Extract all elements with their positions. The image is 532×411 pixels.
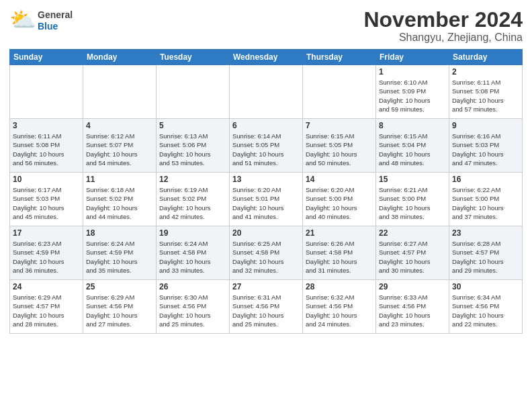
week-row-4: 17Sunrise: 6:23 AM Sunset: 4:59 PM Dayli… — [10, 226, 523, 280]
day-number: 22 — [379, 228, 446, 238]
day-number: 29 — [379, 282, 446, 291]
day-number: 4 — [86, 121, 153, 130]
day-info: Sunrise: 6:18 AM Sunset: 5:02 PM Dayligh… — [86, 185, 153, 221]
day-number: 8 — [379, 121, 446, 130]
day-number: 26 — [159, 282, 226, 291]
week-row-1: 1Sunrise: 6:10 AM Sunset: 5:09 PM Daylig… — [10, 65, 523, 119]
calendar-cell: 24Sunrise: 6:29 AM Sunset: 4:57 PM Dayli… — [10, 280, 83, 334]
calendar-cell: 9Sunrise: 6:16 AM Sunset: 5:03 PM Daylig… — [449, 119, 523, 173]
calendar-cell: 11Sunrise: 6:18 AM Sunset: 5:02 PM Dayli… — [83, 173, 157, 226]
calendar-cell — [10, 65, 83, 119]
day-info: Sunrise: 6:29 AM Sunset: 4:56 PM Dayligh… — [86, 293, 153, 328]
calendar-cell: 1Sunrise: 6:10 AM Sunset: 5:09 PM Daylig… — [376, 65, 449, 119]
day-info: Sunrise: 6:20 AM Sunset: 5:00 PM Dayligh… — [306, 185, 373, 221]
day-info: Sunrise: 6:24 AM Sunset: 4:59 PM Dayligh… — [86, 239, 153, 275]
weekday-header-saturday: Saturday — [449, 50, 523, 65]
calendar-cell: 30Sunrise: 6:34 AM Sunset: 4:56 PM Dayli… — [449, 280, 523, 334]
calendar-cell: 6Sunrise: 6:14 AM Sunset: 5:05 PM Daylig… — [230, 119, 303, 173]
weekday-header-monday: Monday — [83, 50, 157, 65]
day-info: Sunrise: 6:15 AM Sunset: 5:05 PM Dayligh… — [306, 132, 373, 167]
weekday-header-thursday: Thursday — [303, 50, 376, 65]
calendar-cell: 10Sunrise: 6:17 AM Sunset: 5:03 PM Dayli… — [10, 173, 83, 226]
day-number: 6 — [232, 121, 300, 130]
weekday-header-sunday: Sunday — [10, 50, 83, 65]
day-number: 28 — [306, 282, 373, 291]
day-number: 16 — [452, 175, 519, 184]
calendar-cell: 19Sunrise: 6:24 AM Sunset: 4:58 PM Dayli… — [157, 226, 230, 280]
day-number: 5 — [159, 121, 226, 130]
weekday-header-row: SundayMondayTuesdayWednesdayThursdayFrid… — [10, 50, 523, 65]
header: ⛅ General Blue November 2024 Shangyu, Zh… — [9, 8, 523, 44]
day-info: Sunrise: 6:11 AM Sunset: 5:08 PM Dayligh… — [13, 132, 80, 167]
calendar-cell: 17Sunrise: 6:23 AM Sunset: 4:59 PM Dayli… — [10, 226, 83, 280]
day-info: Sunrise: 6:14 AM Sunset: 5:05 PM Dayligh… — [232, 132, 300, 167]
day-number: 25 — [86, 282, 153, 291]
calendar-cell: 23Sunrise: 6:28 AM Sunset: 4:57 PM Dayli… — [449, 226, 523, 280]
month-title: November 2024 — [363, 8, 523, 32]
weekday-header-friday: Friday — [376, 50, 449, 65]
day-info: Sunrise: 6:21 AM Sunset: 5:00 PM Dayligh… — [379, 185, 446, 221]
day-info: Sunrise: 6:32 AM Sunset: 4:56 PM Dayligh… — [306, 293, 373, 328]
location-title: Shangyu, Zhejiang, China — [363, 32, 523, 44]
logo-general: General — [38, 10, 73, 20]
logo-icon: ⛅ — [9, 8, 35, 34]
calendar-cell: 12Sunrise: 6:19 AM Sunset: 5:02 PM Dayli… — [157, 173, 230, 226]
day-info: Sunrise: 6:29 AM Sunset: 4:57 PM Dayligh… — [13, 293, 80, 328]
calendar-cell: 20Sunrise: 6:25 AM Sunset: 4:58 PM Dayli… — [230, 226, 303, 280]
calendar-cell: 16Sunrise: 6:22 AM Sunset: 5:00 PM Dayli… — [449, 173, 523, 226]
day-number: 11 — [86, 175, 153, 184]
calendar-cell: 21Sunrise: 6:26 AM Sunset: 4:58 PM Dayli… — [303, 226, 376, 280]
day-number: 15 — [379, 175, 446, 184]
day-number: 9 — [452, 121, 519, 130]
calendar-cell: 3Sunrise: 6:11 AM Sunset: 5:08 PM Daylig… — [10, 119, 83, 173]
day-info: Sunrise: 6:25 AM Sunset: 4:58 PM Dayligh… — [232, 239, 300, 275]
day-info: Sunrise: 6:19 AM Sunset: 5:02 PM Dayligh… — [159, 185, 226, 221]
title-area: November 2024 Shangyu, Zhejiang, China — [363, 8, 523, 44]
day-number: 24 — [13, 282, 80, 291]
calendar-cell: 18Sunrise: 6:24 AM Sunset: 4:59 PM Dayli… — [83, 226, 157, 280]
day-info: Sunrise: 6:22 AM Sunset: 5:00 PM Dayligh… — [452, 185, 519, 221]
logo-blue: Blue — [38, 21, 58, 32]
weekday-header-tuesday: Tuesday — [157, 50, 230, 65]
week-row-2: 3Sunrise: 6:11 AM Sunset: 5:08 PM Daylig… — [10, 119, 523, 173]
day-info: Sunrise: 6:12 AM Sunset: 5:07 PM Dayligh… — [86, 132, 153, 167]
svg-text:⛅: ⛅ — [9, 8, 35, 32]
calendar-cell: 2Sunrise: 6:11 AM Sunset: 5:08 PM Daylig… — [449, 65, 523, 119]
day-info: Sunrise: 6:11 AM Sunset: 5:08 PM Dayligh… — [452, 78, 519, 113]
day-info: Sunrise: 6:31 AM Sunset: 4:56 PM Dayligh… — [232, 293, 300, 328]
day-number: 17 — [13, 228, 80, 238]
calendar-cell — [303, 65, 376, 119]
day-number: 7 — [306, 121, 373, 130]
day-info: Sunrise: 6:20 AM Sunset: 5:01 PM Dayligh… — [232, 185, 300, 221]
calendar-cell: 22Sunrise: 6:27 AM Sunset: 4:57 PM Dayli… — [376, 226, 449, 280]
day-info: Sunrise: 6:16 AM Sunset: 5:03 PM Dayligh… — [452, 132, 519, 167]
day-info: Sunrise: 6:33 AM Sunset: 4:56 PM Dayligh… — [379, 293, 446, 328]
day-info: Sunrise: 6:27 AM Sunset: 4:57 PM Dayligh… — [379, 239, 446, 275]
calendar-cell: 28Sunrise: 6:32 AM Sunset: 4:56 PM Dayli… — [303, 280, 376, 334]
calendar-cell — [157, 65, 230, 119]
calendar-cell: 14Sunrise: 6:20 AM Sunset: 5:00 PM Dayli… — [303, 173, 376, 226]
day-number: 2 — [452, 67, 519, 77]
calendar-cell: 4Sunrise: 6:12 AM Sunset: 5:07 PM Daylig… — [83, 119, 157, 173]
day-number: 30 — [452, 282, 519, 291]
day-info: Sunrise: 6:17 AM Sunset: 5:03 PM Dayligh… — [13, 185, 80, 221]
calendar-cell: 5Sunrise: 6:13 AM Sunset: 5:06 PM Daylig… — [157, 119, 230, 173]
day-info: Sunrise: 6:23 AM Sunset: 4:59 PM Dayligh… — [13, 239, 80, 275]
day-number: 1 — [379, 67, 446, 77]
calendar-cell: 15Sunrise: 6:21 AM Sunset: 5:00 PM Dayli… — [376, 173, 449, 226]
week-row-5: 24Sunrise: 6:29 AM Sunset: 4:57 PM Dayli… — [10, 280, 523, 334]
calendar-cell: 7Sunrise: 6:15 AM Sunset: 5:05 PM Daylig… — [303, 119, 376, 173]
day-info: Sunrise: 6:24 AM Sunset: 4:58 PM Dayligh… — [159, 239, 226, 275]
day-info: Sunrise: 6:13 AM Sunset: 5:06 PM Dayligh… — [159, 132, 226, 167]
logo: ⛅ General Blue — [9, 8, 73, 34]
calendar-cell: 13Sunrise: 6:20 AM Sunset: 5:01 PM Dayli… — [230, 173, 303, 226]
day-info: Sunrise: 6:10 AM Sunset: 5:09 PM Dayligh… — [379, 78, 446, 113]
day-number: 14 — [306, 175, 373, 184]
weekday-header-wednesday: Wednesday — [230, 50, 303, 65]
day-number: 3 — [13, 121, 80, 130]
logo-text: General Blue — [38, 10, 73, 32]
day-info: Sunrise: 6:26 AM Sunset: 4:58 PM Dayligh… — [306, 239, 373, 275]
day-info: Sunrise: 6:15 AM Sunset: 5:04 PM Dayligh… — [379, 132, 446, 167]
day-info: Sunrise: 6:28 AM Sunset: 4:57 PM Dayligh… — [452, 239, 519, 275]
day-number: 18 — [86, 228, 153, 238]
